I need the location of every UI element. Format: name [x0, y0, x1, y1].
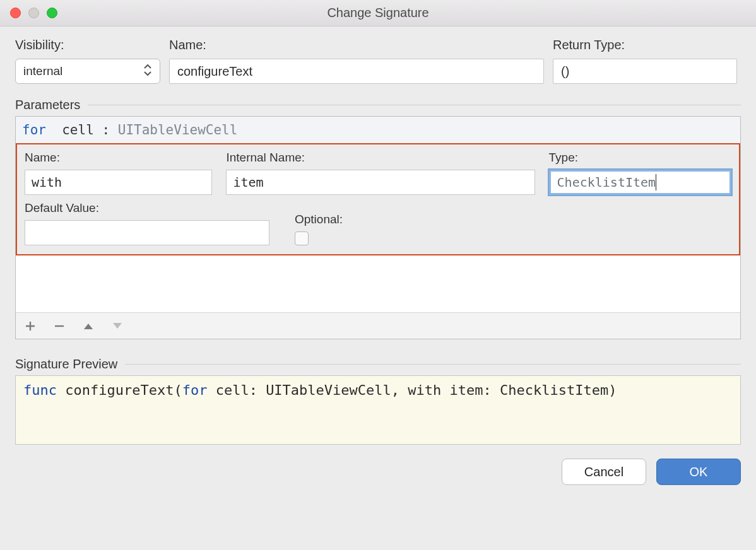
- preview-heading: Signature Preview: [15, 357, 741, 372]
- divider: [125, 364, 741, 365]
- row-type: UITableViewCell: [118, 122, 238, 138]
- visibility-label: Visibility:: [15, 38, 160, 52]
- row-tail: cell :: [46, 122, 118, 138]
- param-type-value: ChecklistItem: [557, 175, 656, 190]
- param-name-value: with: [32, 175, 62, 190]
- name-field: Name: configureText: [169, 38, 544, 84]
- param-internal-value: item: [233, 175, 263, 190]
- chevron-down-icon: [143, 64, 152, 79]
- param-internal-label: Internal Name:: [226, 151, 535, 165]
- parameters-heading: Parameters: [15, 98, 741, 112]
- divider: [88, 105, 741, 105]
- cancel-button[interactable]: Cancel: [562, 459, 646, 485]
- parameters-toolbar: [16, 312, 740, 339]
- return-type-value: (): [561, 64, 569, 79]
- param-default-field: Default Value:: [25, 201, 269, 245]
- name-value: configureText: [177, 64, 252, 79]
- move-up-icon[interactable]: [83, 322, 94, 331]
- add-icon[interactable]: [25, 320, 36, 332]
- parameter-list-row[interactable]: for cell : UITableViewCell: [16, 117, 740, 143]
- return-type-label: Return Type:: [553, 38, 737, 52]
- titlebar: Change Signature: [0, 0, 756, 26]
- param-optional-label: Optional:: [295, 213, 343, 226]
- param-default-input[interactable]: [25, 220, 269, 245]
- name-input[interactable]: configureText: [169, 59, 544, 84]
- parameters-empty-area: [16, 255, 740, 312]
- param-type-input[interactable]: ChecklistItem: [549, 170, 731, 195]
- param-optional-field: Optional:: [295, 213, 343, 245]
- row-keyword: for: [22, 122, 46, 138]
- preview-kw1: func: [23, 382, 65, 398]
- param-name-field: Name: with: [25, 151, 212, 195]
- param-internal-field: Internal Name: item: [226, 151, 535, 195]
- return-type-field: Return Type: (): [553, 38, 737, 84]
- param-name-label: Name:: [25, 151, 212, 165]
- remove-icon[interactable]: [54, 320, 65, 332]
- parameter-editor: Name: with Internal Name: item Type: Che…: [16, 143, 740, 255]
- ok-button[interactable]: OK: [656, 459, 741, 485]
- visibility-value: internal: [23, 64, 62, 78]
- param-internal-input[interactable]: item: [226, 170, 535, 195]
- return-type-input[interactable]: (): [553, 59, 737, 84]
- param-default-label: Default Value:: [25, 201, 269, 215]
- signature-preview: func configureText(for cell: UITableView…: [15, 375, 741, 445]
- visibility-field: Visibility: internal: [15, 38, 160, 84]
- move-down-icon[interactable]: [112, 322, 123, 331]
- param-type-label: Type:: [549, 151, 731, 165]
- parameters-heading-text: Parameters: [15, 98, 80, 112]
- text-caret: [656, 174, 656, 190]
- preview-heading-text: Signature Preview: [15, 357, 117, 372]
- preview-kw2: for: [182, 382, 216, 398]
- param-type-field: Type: ChecklistItem: [549, 151, 731, 195]
- preview-seg2: cell: UITableViewCell, with item: Checkl…: [216, 382, 617, 398]
- preview-seg1: configureText(: [65, 382, 182, 398]
- window-title: Change Signature: [0, 6, 756, 20]
- visibility-select[interactable]: internal: [15, 59, 160, 84]
- dialog-footer: Cancel OK: [0, 445, 756, 485]
- param-name-input[interactable]: with: [25, 170, 212, 195]
- ok-label: OK: [690, 465, 708, 479]
- cancel-label: Cancel: [584, 465, 623, 479]
- param-optional-checkbox[interactable]: [295, 231, 309, 245]
- parameters-panel: for cell : UITableViewCell Name: with In…: [15, 116, 741, 339]
- name-label: Name:: [169, 38, 544, 52]
